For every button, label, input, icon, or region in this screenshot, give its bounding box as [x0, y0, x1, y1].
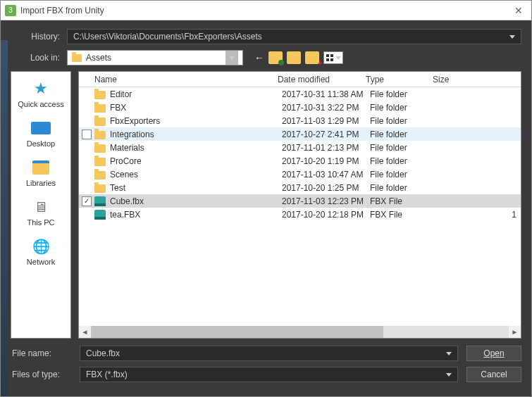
grid-icon [326, 54, 333, 61]
file-date: 2017-11-03 1:29 PM [282, 116, 370, 126]
file-type: FBX File [370, 196, 437, 206]
desktop-icon [31, 122, 51, 134]
col-name[interactable]: Name [94, 75, 278, 84]
scroll-thumb[interactable] [91, 326, 383, 338]
open-button[interactable]: Open [466, 346, 521, 361]
sidebar-item-label: Network [27, 258, 55, 266]
sidebar-item-label: This PC [27, 218, 54, 227]
chevron-down-icon [335, 56, 341, 60]
folder-icon [94, 104, 106, 113]
file-type: File folder [370, 156, 437, 166]
file-name: Scenes [110, 170, 282, 179]
filename-label: File name: [11, 348, 71, 358]
file-date: 2017-11-03 12:23 PM [282, 196, 370, 206]
h-scrollbar[interactable]: ◄ ► [79, 326, 521, 338]
file-name: Integrations [110, 130, 282, 139]
star-icon: ★ [34, 80, 48, 98]
lookin-label: Look in: [11, 53, 67, 63]
filetype-label: Files of type: [11, 370, 71, 379]
file-row[interactable]: Cube.fbx2017-11-03 12:23 PMFBX File [79, 194, 521, 208]
file-name: Editor [110, 89, 282, 99]
file-date: 2017-10-20 1:25 PM [282, 183, 370, 193]
folder-icon [94, 158, 106, 166]
file-row[interactable]: tea.FBX2017-10-20 12:18 PMFBX File1 [79, 208, 521, 221]
close-icon[interactable]: ✕ [510, 5, 527, 16]
folder-icon [94, 171, 106, 179]
sidebar-item-label: Desktop [27, 139, 55, 148]
libraries-icon [32, 160, 49, 175]
file-type: File folder [370, 170, 437, 179]
chevron-down-icon [509, 35, 515, 39]
window-title: Import FBX from Unity [20, 6, 104, 15]
bottom-controls: File name: Cube.fbx Open Files of type: … [1, 339, 521, 388]
nav-toolbar: ← [254, 51, 343, 64]
file-type: File folder [370, 143, 437, 153]
filename-value: Cube.fbx [86, 348, 120, 358]
file-size: 1 [437, 210, 521, 220]
folder-tool-icon[interactable] [287, 51, 301, 64]
file-type: File folder [370, 103, 437, 113]
file-date: 2017-11-01 2:13 PM [282, 143, 370, 153]
file-name: ProCore [110, 156, 282, 166]
cancel-button[interactable]: Cancel [466, 367, 521, 382]
history-dropdown[interactable]: C:\Users\Viktoria\Documents\FbxExporters… [67, 29, 521, 44]
history-label: History: [11, 32, 67, 42]
checkbox[interactable] [82, 196, 92, 206]
file-type: File folder [370, 89, 437, 99]
new-folder-icon[interactable] [305, 51, 319, 64]
file-date: 2017-11-03 10:47 AM [282, 170, 370, 179]
file-row[interactable]: FBX2017-10-31 3:22 PMFile folder [79, 101, 521, 114]
view-menu-button[interactable] [323, 51, 343, 64]
folder-icon [94, 91, 106, 99]
titlebar: 3 Import FBX from Unity ✕ [1, 1, 531, 20]
file-name: FbxExporters [110, 116, 282, 126]
pc-icon: 🖥 [34, 199, 48, 215]
file-row[interactable]: Test2017-10-20 1:25 PMFile folder [79, 181, 521, 194]
sidebar-item-quick-access[interactable]: ★ Quick access [11, 77, 70, 115]
back-icon[interactable]: ← [254, 52, 264, 63]
col-type[interactable]: Type [366, 75, 433, 84]
file-row[interactable]: Scenes2017-11-03 10:47 AMFile folder [79, 168, 521, 181]
chevron-down-icon [446, 373, 452, 377]
folder-icon [94, 184, 106, 193]
file-name: Test [110, 183, 282, 193]
filetype-dropdown[interactable]: FBX (*.fbx) [80, 367, 458, 382]
fbx-file-icon [94, 196, 106, 206]
sidebar-item-network[interactable]: 🌐 Network [11, 235, 70, 273]
folder-icon [72, 54, 82, 62]
left-strip [1, 40, 8, 396]
dialog-body: History: C:\Users\Viktoria\Documents\Fbx… [1, 20, 531, 396]
chevron-down-icon [446, 352, 452, 355]
sidebar-item-desktop[interactable]: Desktop [11, 117, 70, 155]
sidebar-item-label: Quick access [18, 100, 63, 108]
file-row[interactable]: Integrations2017-10-27 2:41 PMFile folde… [79, 127, 521, 141]
scroll-left-icon[interactable]: ◄ [79, 326, 91, 338]
file-date: 2017-10-31 3:22 PM [282, 103, 370, 113]
file-name: Cube.fbx [110, 196, 282, 206]
checkbox[interactable] [82, 130, 92, 139]
filename-input[interactable]: Cube.fbx [80, 346, 458, 361]
col-size[interactable]: Size [433, 75, 521, 84]
scroll-track[interactable] [91, 326, 509, 338]
up-folder-icon[interactable] [268, 51, 283, 64]
file-date: 2017-10-20 1:19 PM [282, 156, 370, 166]
sidebar-item-libraries[interactable]: Libraries [11, 156, 70, 194]
column-headers: Name Date modified Type Size [79, 72, 521, 87]
col-date[interactable]: Date modified [278, 75, 366, 84]
file-type: File folder [370, 130, 437, 139]
sidebar-item-this-pc[interactable]: 🖥 This PC [11, 196, 70, 234]
file-date: 2017-10-31 11:38 AM [282, 89, 370, 99]
lookin-value: Assets [86, 53, 111, 63]
file-date: 2017-10-20 12:18 PM [282, 210, 370, 220]
network-icon: 🌐 [32, 238, 50, 255]
fbx-file-icon [94, 210, 106, 220]
file-date: 2017-10-27 2:41 PM [282, 130, 370, 139]
file-type: File folder [370, 116, 437, 126]
file-row[interactable]: Editor2017-10-31 11:38 AMFile folder [79, 87, 521, 101]
folder-icon [94, 131, 106, 139]
lookin-dropdown[interactable]: Assets [67, 50, 243, 65]
scroll-right-icon[interactable]: ► [509, 326, 521, 338]
file-row[interactable]: FbxExporters2017-11-03 1:29 PMFile folde… [79, 114, 521, 127]
file-row[interactable]: Materials2017-11-01 2:13 PMFile folder [79, 141, 521, 154]
file-row[interactable]: ProCore2017-10-20 1:19 PMFile folder [79, 154, 521, 168]
